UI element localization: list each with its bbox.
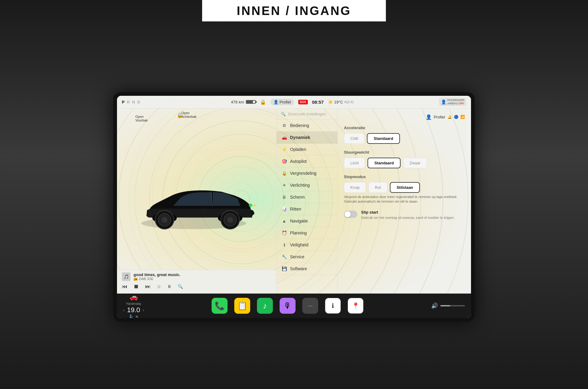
zwaar-button[interactable]: Zwaar [403,158,427,168]
label-achterbak[interactable]: Open Achterbak [181,111,197,118]
slip-start-toggle[interactable] [344,211,357,218]
menu-item-scherm[interactable]: 🖥 Scherm [277,191,337,203]
taskbar-center: 📞 📋 ♪ 🎙 ··· ℹ 📍 [150,298,425,314]
menu-item-dynamiek[interactable]: 🚗 Dynamiek [277,132,337,144]
more-apps[interactable]: ··· [302,298,318,314]
connectivity-icons: 🔔 🔵 📶 [447,115,465,119]
setting-group-acceleratie: Acceleratie Chill Standaard [344,125,465,144]
menu-item-service[interactable]: 🔧 Service [277,251,337,263]
temperature: 19°C [334,100,343,104]
ritten-label: Ritten [290,207,301,211]
service-label: Service [290,254,304,259]
menu-item-bediening[interactable]: ⚙ Bediening [277,120,337,132]
time-display: 08:57 [312,99,324,105]
car-labels-area: Open Voorbak Open Achterbak 🔒 [117,109,276,136]
search-bar[interactable]: 🔍 Doorzoek instellingen [277,109,337,120]
svg-point-30 [227,217,233,223]
verlichting-label: Verlichting [290,183,310,188]
label-voorbak[interactable]: Open Voorbak [135,115,148,122]
car-image-container: ⚡ [117,136,276,270]
defrost-icon: ❄ [135,315,138,318]
music-controls: ⏮ ⏹ ⏭ ☆ ⏸ 🔍 [122,283,271,290]
spotify-icon: ♪ [263,301,267,311]
range-value: 476 km [231,100,244,104]
taskbar: 🚗 Handmatig ‹ 19.0 › 💺 ❄ 📞 [117,294,471,318]
music-thumbnail: 🎵 [122,272,130,281]
menu-item-opladen[interactable]: ⚡ Opladen [277,144,337,155]
menu-item-navigatie[interactable]: ▲ Navigatie [277,215,337,227]
menu-item-software[interactable]: 💾 Software [277,263,337,275]
slip-start-description: Gebruik om het voertuig uit sneeuw, zand… [361,215,455,220]
bediening-label: Bediening [290,123,309,128]
menu-item-veiligheid[interactable]: ℹ Veiligheid [277,239,337,251]
profile-badge[interactable]: 👤 Profiel [270,99,294,105]
gear-p: P [122,100,125,104]
settings-header: 👤 Profiel 🔔 🔵 📶 [344,114,465,120]
profile-label: Profiel [280,100,291,104]
settings-header-right: 👤 Profiel 🔔 🔵 📶 [426,114,465,120]
navigatie-icon: ▲ [281,219,287,223]
favorite-button[interactable]: ☆ [157,284,161,290]
menu-item-vergrendeling[interactable]: 🔒 Vergrendeling [277,167,337,179]
search-placeholder: Doorzoek instellingen [288,112,326,116]
signal-icon: 📶 [460,115,465,119]
stopmodus-description: Vergroot de actieradius door meer regene… [344,195,465,204]
verlichting-icon: ☀ [281,183,287,188]
veiligheid-icon: ℹ [281,242,287,247]
notes-app[interactable]: 📋 [234,298,250,314]
battery-fill [247,101,253,103]
car-icon: 🚗 [130,293,138,301]
menu-item-autopilot[interactable]: 🎯 Autopilot [277,155,337,167]
svg-text:⚡: ⚡ [252,204,256,207]
service-icon: 🔧 [281,254,287,259]
menu-item-ritten[interactable]: 📊 Ritten [277,203,337,215]
next-button[interactable]: ⏭ [145,283,151,290]
licht-button[interactable]: Licht [344,158,365,168]
opladen-label: Opladen [290,147,306,152]
menu-item-planning[interactable]: ⏰ Planning [277,227,337,239]
temp-up-arrow[interactable]: › [143,308,144,312]
bediening-icon: ⚙ [281,123,287,128]
nav-app[interactable]: 📍 [348,298,364,314]
seat-heat-icon: 💺 [129,315,134,318]
standaard-stuur-button[interactable]: Standaard [368,158,401,168]
rol-button[interactable]: Rol [368,182,387,193]
setting-group-stuurgewicht: Stuurgewicht Licht Standaard Zwaar [344,150,465,168]
podcast-icon: 🎙 [284,301,292,311]
svg-point-27 [162,217,168,223]
music-info: 🎵 good times, great music. 📻 DAB JOE [122,272,271,281]
autopilot-label: Autopilot [290,159,307,164]
podcast-app[interactable]: 🎙 [280,298,296,314]
menu-column: 🔍 Doorzoek instellingen ⚙ Bediening 🚗 Dy… [277,109,338,294]
spotify-app[interactable]: ♪ [257,298,273,314]
bell-icon: 🔔 [447,115,452,119]
info-icon: ℹ [332,302,334,309]
chill-button[interactable]: Chill [344,133,364,144]
standaard-accel-button[interactable]: Standaard [367,133,400,144]
volume-control[interactable]: 🔊 [431,302,465,309]
weather-icon: ☀️ [328,100,333,104]
temp-down-arrow[interactable]: ‹ [123,308,125,312]
prev-button[interactable]: ⏮ [122,283,127,290]
profile-info: 👤 Profiel [426,114,445,120]
airbag-icon: 👤 [441,99,446,104]
volume-bar [440,305,465,306]
stop-button[interactable]: ⏹ [134,283,139,290]
phone-app[interactable]: 📞 [212,298,228,314]
battery-bar [246,100,256,104]
sos-badge[interactable]: SOS [298,100,308,104]
settings-detail: 👤 Profiel 🔔 🔵 📶 Acceleratie [338,109,471,294]
equalizer-button[interactable]: ⏸ [167,284,172,289]
svg-point-31 [249,203,252,207]
taskbar-left: 🚗 Handmatig ‹ 19.0 › 💺 ❄ [123,293,144,318]
stilstaan-button[interactable]: Stilstaan [390,182,420,193]
station-icon: 📻 [134,277,138,281]
status-center: 476 km 🔒 👤 Profiel SOS 08:57 ☀️ 19°C AQI… [146,99,439,105]
kruip-button[interactable]: Kruip [344,182,366,193]
nav-icon: 📍 [352,302,360,309]
search-music-button[interactable]: 🔍 [178,284,183,289]
info-app[interactable]: ℹ [325,298,341,314]
stopmodus-buttons: Kruip Rol Stilstaan [344,182,465,193]
menu-item-verlichting[interactable]: ☀ Verlichting [277,179,337,191]
achterbak-lock: 🔒 [177,112,183,118]
